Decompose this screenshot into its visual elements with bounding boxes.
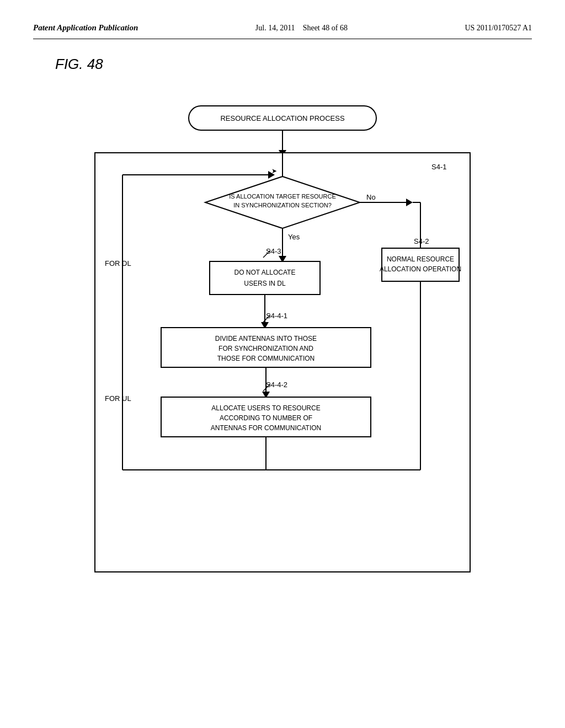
svg-text:Yes: Yes [288, 233, 300, 241]
patent-number: US 2011/0170527 A1 [465, 22, 532, 34]
svg-text:NORMAL RESOURCE: NORMAL RESOURCE [387, 255, 454, 263]
svg-text:ALLOCATION OPERATION: ALLOCATION OPERATION [380, 265, 461, 273]
svg-text:DO NOT ALLOCATE: DO NOT ALLOCATE [234, 269, 296, 276]
svg-text:USERS IN DL: USERS IN DL [244, 280, 286, 287]
svg-text:ACCORDING TO NUMBER OF: ACCORDING TO NUMBER OF [220, 414, 312, 422]
svg-text:IS ALLOCATION TARGET RESOURCE: IS ALLOCATION TARGET RESOURCE [229, 193, 336, 200]
svg-text:S4-1: S4-1 [431, 163, 446, 171]
svg-text:ANTENNAS FOR COMMUNICATION: ANTENNAS FOR COMMUNICATION [211, 424, 321, 432]
svg-text:FOR SYNCHRONIZATION AND: FOR SYNCHRONIZATION AND [218, 345, 313, 352]
publication-date: Jul. 14, 2011 [255, 24, 295, 32]
header-date-sheet: Jul. 14, 2011 Sheet 48 of 68 [255, 22, 348, 34]
svg-text:➤: ➤ [271, 167, 277, 175]
publication-title: Patent Application Publication [33, 22, 138, 34]
page-header: Patent Application Publication Jul. 14, … [33, 22, 532, 39]
svg-text:FOR UL: FOR UL [105, 394, 131, 403]
page: Patent Application Publication Jul. 14, … [0, 0, 565, 728]
svg-text:RESOURCE ALLOCATION PROCESS: RESOURCE ALLOCATION PROCESS [220, 114, 344, 122]
diagram: RESOURCE ALLOCATION PROCESS S4-1 IS ALLO… [33, 95, 532, 591]
svg-text:IN SYNCHRONIZATION SECTION?: IN SYNCHRONIZATION SECTION? [233, 202, 332, 208]
svg-text:DIVIDE ANTENNAS INTO THOSE: DIVIDE ANTENNAS INTO THOSE [215, 335, 317, 342]
sheet-info: Sheet 48 of 68 [303, 24, 348, 32]
svg-text:ALLOCATE USERS TO RESOURCE: ALLOCATE USERS TO RESOURCE [211, 404, 320, 412]
svg-text:FOR DL: FOR DL [105, 259, 131, 267]
svg-rect-14 [382, 248, 459, 281]
svg-text:THOSE FOR COMMUNICATION: THOSE FOR COMMUNICATION [217, 355, 315, 362]
figure-title: FIG. 48 [55, 56, 532, 73]
svg-rect-25 [210, 261, 320, 295]
flowchart-svg: RESOURCE ALLOCATION PROCESS S4-1 IS ALLO… [67, 95, 498, 591]
svg-text:No: No [366, 193, 376, 201]
svg-text:S4-3: S4-3 [266, 247, 281, 255]
svg-text:S4-2: S4-2 [414, 237, 429, 245]
